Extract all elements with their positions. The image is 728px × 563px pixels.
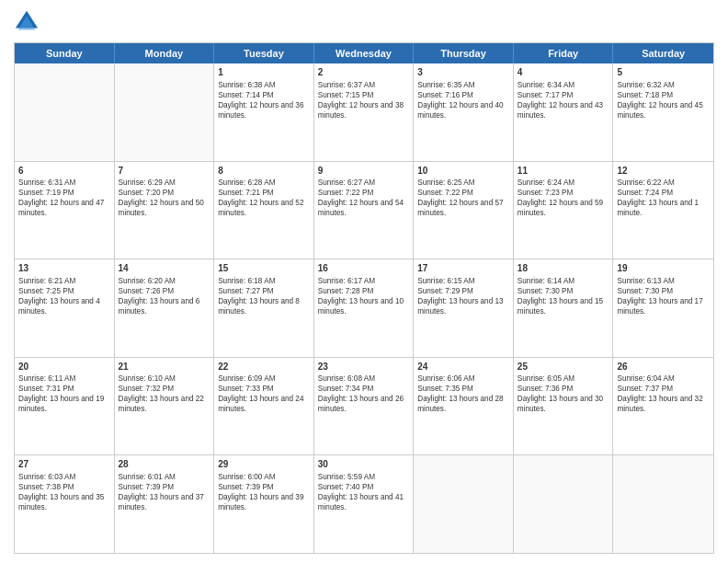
calendar-day-16: 16Sunrise: 6:17 AM Sunset: 7:28 PM Dayli… xyxy=(314,259,415,357)
cell-detail: Sunrise: 6:18 AM Sunset: 7:27 PM Dayligh… xyxy=(218,276,310,316)
calendar-day-1: 1Sunrise: 6:38 AM Sunset: 7:14 PM Daylig… xyxy=(214,63,314,161)
calendar-day-15: 15Sunrise: 6:18 AM Sunset: 7:27 PM Dayli… xyxy=(214,259,314,357)
cell-detail: Sunrise: 6:11 AM Sunset: 7:31 PM Dayligh… xyxy=(18,373,110,414)
calendar-day-18: 18Sunrise: 6:14 AM Sunset: 7:30 PM Dayli… xyxy=(514,259,614,357)
calendar-day-27: 27Sunrise: 6:03 AM Sunset: 7:38 PM Dayli… xyxy=(15,455,115,553)
header-day-thursday: Thursday xyxy=(414,43,514,63)
day-number: 12 xyxy=(617,165,710,178)
day-number: 13 xyxy=(18,262,110,275)
day-number: 23 xyxy=(318,361,410,373)
day-number: 25 xyxy=(518,361,609,373)
page: SundayMondayTuesdayWednesdayThursdayFrid… xyxy=(0,0,728,563)
cell-detail: Sunrise: 6:06 AM Sunset: 7:35 PM Dayligh… xyxy=(417,373,509,414)
logo-icon xyxy=(14,9,40,35)
cell-detail: Sunrise: 6:09 AM Sunset: 7:33 PM Dayligh… xyxy=(218,373,310,414)
calendar-day-13: 13Sunrise: 6:21 AM Sunset: 7:25 PM Dayli… xyxy=(15,259,115,357)
cell-detail: Sunrise: 6:14 AM Sunset: 7:30 PM Dayligh… xyxy=(518,276,609,316)
calendar-day-21: 21Sunrise: 6:10 AM Sunset: 7:32 PM Dayli… xyxy=(115,358,215,455)
cell-detail: Sunrise: 6:31 AM Sunset: 7:19 PM Dayligh… xyxy=(18,178,110,218)
cell-detail: Sunrise: 6:32 AM Sunset: 7:18 PM Dayligh… xyxy=(617,80,710,121)
cell-detail: Sunrise: 6:22 AM Sunset: 7:24 PM Dayligh… xyxy=(617,178,710,218)
cell-detail: Sunrise: 6:08 AM Sunset: 7:34 PM Dayligh… xyxy=(318,373,410,414)
calendar-day-10: 10Sunrise: 6:25 AM Sunset: 7:22 PM Dayli… xyxy=(414,162,514,259)
calendar-week-2: 6Sunrise: 6:31 AM Sunset: 7:19 PM Daylig… xyxy=(15,161,713,259)
calendar-day-4: 4Sunrise: 6:34 AM Sunset: 7:17 PM Daylig… xyxy=(514,63,614,161)
day-number: 27 xyxy=(18,458,110,471)
cell-detail: Sunrise: 6:10 AM Sunset: 7:32 PM Dayligh… xyxy=(119,373,210,414)
calendar-empty-4-4 xyxy=(414,455,514,553)
calendar-week-4: 20Sunrise: 6:11 AM Sunset: 7:31 PM Dayli… xyxy=(15,357,713,455)
calendar-header-row: SundayMondayTuesdayWednesdayThursdayFrid… xyxy=(15,43,713,63)
calendar-day-22: 22Sunrise: 6:09 AM Sunset: 7:33 PM Dayli… xyxy=(214,358,314,455)
day-number: 22 xyxy=(218,361,310,373)
calendar: SundayMondayTuesdayWednesdayThursdayFrid… xyxy=(14,42,714,554)
cell-detail: Sunrise: 6:20 AM Sunset: 7:26 PM Dayligh… xyxy=(119,276,210,316)
cell-detail: Sunrise: 6:15 AM Sunset: 7:29 PM Dayligh… xyxy=(417,276,509,316)
cell-detail: Sunrise: 6:04 AM Sunset: 7:37 PM Dayligh… xyxy=(617,373,710,414)
day-number: 19 xyxy=(617,262,710,275)
calendar-day-24: 24Sunrise: 6:06 AM Sunset: 7:35 PM Dayli… xyxy=(414,358,514,455)
day-number: 4 xyxy=(518,66,609,79)
day-number: 15 xyxy=(218,262,310,275)
cell-detail: Sunrise: 6:03 AM Sunset: 7:38 PM Dayligh… xyxy=(18,472,110,512)
day-number: 3 xyxy=(417,66,509,79)
cell-detail: Sunrise: 6:25 AM Sunset: 7:22 PM Dayligh… xyxy=(417,178,509,218)
cell-detail: Sunrise: 6:27 AM Sunset: 7:22 PM Dayligh… xyxy=(318,178,410,218)
day-number: 8 xyxy=(218,165,310,178)
cell-detail: Sunrise: 6:00 AM Sunset: 7:39 PM Dayligh… xyxy=(218,472,310,512)
calendar-day-30: 30Sunrise: 5:59 AM Sunset: 7:40 PM Dayli… xyxy=(314,455,415,553)
header-day-tuesday: Tuesday xyxy=(214,43,314,63)
calendar-week-5: 27Sunrise: 6:03 AM Sunset: 7:38 PM Dayli… xyxy=(15,454,713,553)
day-number: 20 xyxy=(18,361,110,373)
day-number: 11 xyxy=(518,165,609,178)
header xyxy=(14,9,714,35)
day-number: 1 xyxy=(218,66,310,79)
day-number: 30 xyxy=(318,458,410,471)
cell-detail: Sunrise: 6:28 AM Sunset: 7:21 PM Dayligh… xyxy=(218,178,310,218)
cell-detail: Sunrise: 6:01 AM Sunset: 7:39 PM Dayligh… xyxy=(119,472,210,512)
day-number: 2 xyxy=(318,66,410,79)
calendar-day-23: 23Sunrise: 6:08 AM Sunset: 7:34 PM Dayli… xyxy=(314,358,415,455)
calendar-week-1: 1Sunrise: 6:38 AM Sunset: 7:14 PM Daylig… xyxy=(15,63,713,161)
calendar-day-19: 19Sunrise: 6:13 AM Sunset: 7:30 PM Dayli… xyxy=(613,259,713,357)
cell-detail: Sunrise: 6:13 AM Sunset: 7:30 PM Dayligh… xyxy=(617,276,710,316)
calendar-day-2: 2Sunrise: 6:37 AM Sunset: 7:15 PM Daylig… xyxy=(314,63,415,161)
calendar-empty-4-6 xyxy=(613,455,713,553)
calendar-day-3: 3Sunrise: 6:35 AM Sunset: 7:16 PM Daylig… xyxy=(414,63,514,161)
calendar-day-7: 7Sunrise: 6:29 AM Sunset: 7:20 PM Daylig… xyxy=(115,162,215,259)
day-number: 7 xyxy=(119,165,210,178)
day-number: 6 xyxy=(18,165,110,178)
calendar-day-8: 8Sunrise: 6:28 AM Sunset: 7:21 PM Daylig… xyxy=(214,162,314,259)
cell-detail: Sunrise: 6:17 AM Sunset: 7:28 PM Dayligh… xyxy=(318,276,410,316)
cell-detail: Sunrise: 6:24 AM Sunset: 7:23 PM Dayligh… xyxy=(518,178,609,218)
header-day-friday: Friday xyxy=(514,43,614,63)
cell-detail: Sunrise: 6:29 AM Sunset: 7:20 PM Dayligh… xyxy=(119,178,210,218)
day-number: 17 xyxy=(417,262,509,275)
calendar-empty-0-1 xyxy=(115,63,215,161)
calendar-day-11: 11Sunrise: 6:24 AM Sunset: 7:23 PM Dayli… xyxy=(514,162,614,259)
calendar-day-9: 9Sunrise: 6:27 AM Sunset: 7:22 PM Daylig… xyxy=(314,162,415,259)
day-number: 9 xyxy=(318,165,410,178)
calendar-day-29: 29Sunrise: 6:00 AM Sunset: 7:39 PM Dayli… xyxy=(214,455,314,553)
cell-detail: Sunrise: 5:59 AM Sunset: 7:40 PM Dayligh… xyxy=(318,472,410,512)
calendar-day-26: 26Sunrise: 6:04 AM Sunset: 7:37 PM Dayli… xyxy=(613,358,713,455)
calendar-day-5: 5Sunrise: 6:32 AM Sunset: 7:18 PM Daylig… xyxy=(613,63,713,161)
day-number: 5 xyxy=(617,66,710,79)
cell-detail: Sunrise: 6:35 AM Sunset: 7:16 PM Dayligh… xyxy=(417,80,509,121)
day-number: 24 xyxy=(417,361,509,373)
cell-detail: Sunrise: 6:21 AM Sunset: 7:25 PM Dayligh… xyxy=(18,276,110,316)
cell-detail: Sunrise: 6:05 AM Sunset: 7:36 PM Dayligh… xyxy=(518,373,609,414)
logo xyxy=(14,9,43,35)
day-number: 26 xyxy=(617,361,710,373)
day-number: 21 xyxy=(119,361,210,373)
calendar-empty-4-5 xyxy=(514,455,614,553)
calendar-day-12: 12Sunrise: 6:22 AM Sunset: 7:24 PM Dayli… xyxy=(613,162,713,259)
cell-detail: Sunrise: 6:38 AM Sunset: 7:14 PM Dayligh… xyxy=(218,80,310,121)
day-number: 18 xyxy=(518,262,609,275)
calendar-body: 1Sunrise: 6:38 AM Sunset: 7:14 PM Daylig… xyxy=(15,63,713,553)
calendar-week-3: 13Sunrise: 6:21 AM Sunset: 7:25 PM Dayli… xyxy=(15,259,713,357)
day-number: 10 xyxy=(417,165,509,178)
calendar-day-28: 28Sunrise: 6:01 AM Sunset: 7:39 PM Dayli… xyxy=(115,455,215,553)
calendar-day-20: 20Sunrise: 6:11 AM Sunset: 7:31 PM Dayli… xyxy=(15,358,115,455)
calendar-day-25: 25Sunrise: 6:05 AM Sunset: 7:36 PM Dayli… xyxy=(514,358,614,455)
